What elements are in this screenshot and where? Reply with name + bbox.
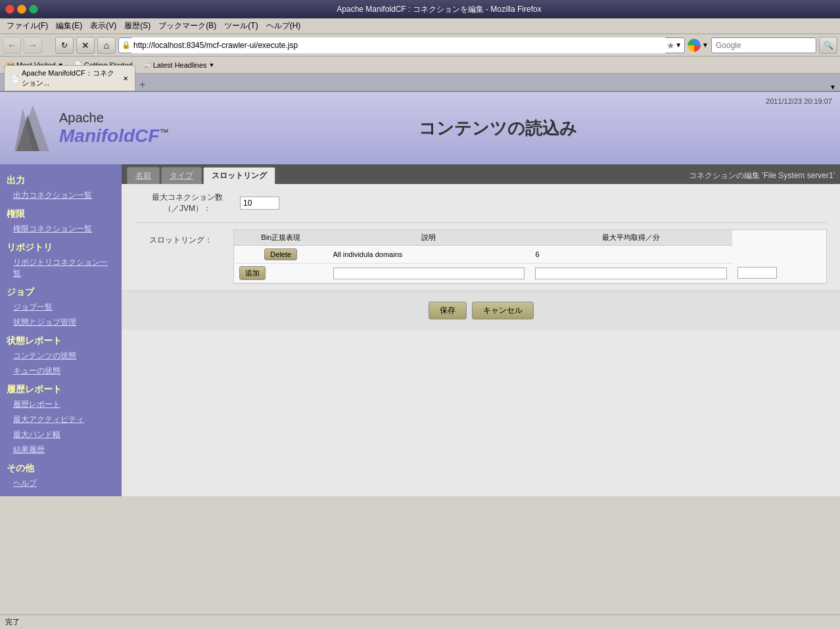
delete-button[interactable]: Delete [264,248,297,260]
sidebar-section-history-reports: 履歴レポート [0,379,122,397]
feed-icon: 📰 [143,61,151,68]
connection-edit-label: コネクションの編集 'File System server1' [689,170,835,181]
sidebar-link-authority-connections[interactable]: 権限コネクション一覧 [0,221,122,237]
sidebar: 出力 出力コネクション一覧 権限 権限コネクション一覧 リポジトリ リポジトリコ… [0,164,122,496]
traffic-lights [5,5,38,14]
sidebar-section-repository: リポジトリ [0,237,122,255]
table-row: Delete All individula domains 6 [234,246,826,264]
bookmark-star-icon[interactable]: ★ [666,40,675,51]
new-bin-regex-input[interactable] [333,268,525,279]
google-icon [688,39,701,52]
sidebar-link-queue-status[interactable]: キューの状態 [0,363,122,379]
menu-help[interactable]: ヘルプ(H) [262,19,305,33]
add-button[interactable]: 追加 [239,266,266,280]
form-area: 最大コネクション数 （／JVM）： スロットリング： Bin正規表現 説明 [122,184,840,330]
url-input[interactable]: http://localhost:8345/mcf-crawler-ui/exe… [131,37,666,53]
new-description-input[interactable] [535,268,727,279]
cancel-button[interactable]: キャンセル [472,302,534,319]
new-tab-icon[interactable]: + [139,79,145,91]
tab-scroll-right-icon[interactable]: ▼ [829,83,836,91]
col-description: 説明 [328,230,530,246]
menu-view[interactable]: 表示(V) [86,19,120,33]
logo-apache: Apache [59,110,168,126]
app-body: 出力 出力コネクション一覧 権限 権限コネクション一覧 リポジトリ リポジトリコ… [0,164,840,496]
maximize-button[interactable] [29,5,38,14]
menu-history[interactable]: 履歴(S) [120,19,154,33]
max-connections-label: 最大コネクション数 （／JVM）： [135,192,240,214]
timestamp: 2011/12/23 20:19:07 [766,97,832,105]
tab-header: 名前 タイプ スロットリング コネクションの編集 'File System se… [122,164,840,184]
bookmark-latest-headlines[interactable]: 📰 Latest Headlines ▼ [141,60,218,70]
tab-throttling[interactable]: スロットリング [203,167,275,184]
status-text: 完了 [5,617,20,627]
tab-label: Apache ManifoldCF：コネクション... [22,68,118,88]
statusbar: 完了 [0,615,840,629]
lock-icon: 🔒 [122,41,131,49]
dropdown-icon: ▼ [209,62,215,68]
tab-type[interactable]: タイプ [161,167,202,184]
max-fetch-cell: 6 [530,246,732,264]
throttle-section: スロットリング： Bin正規表現 説明 最大平均取得／分 [122,223,840,291]
logo-tm: ™ [159,126,168,137]
menu-file[interactable]: ファイル(F) [3,19,52,33]
close-button[interactable] [5,5,14,14]
minimize-button[interactable] [17,5,26,14]
tab-favicon: 📄 [11,75,19,82]
sidebar-link-history-report[interactable]: 履歴レポート [0,397,122,412]
titlebar: Apache ManifoldCF : コネクションを編集 - Mozilla … [0,0,840,18]
sidebar-link-result-history[interactable]: 結果履歴 [0,442,122,457]
menu-tools[interactable]: ツール(T) [220,19,262,33]
window-title: Apache ManifoldCF : コネクションを編集 - Mozilla … [43,4,835,15]
throttle-label: スロットリング： [135,229,227,246]
sidebar-section-jobs: ジョブ [0,281,122,300]
add-row: 追加 [234,264,826,283]
back-button[interactable]: ← [3,37,21,54]
stop-button[interactable]: ✕ [76,37,95,54]
delete-cell: Delete [234,246,328,264]
main-panel: 名前 タイプ スロットリング コネクションの編集 'File System se… [122,164,840,496]
col-max-fetch: 最大平均取得／分 [530,230,732,246]
browser-tab[interactable]: 📄 Apache ManifoldCF：コネクション... ✕ [4,65,135,91]
max-connections-input[interactable] [240,197,279,210]
sidebar-link-max-activity[interactable]: 最大アクティビティ [0,412,122,427]
navbar: ← → ↻ ✕ ⌂ 🔒 http://localhost:8345/mcf-cr… [0,34,840,57]
table-header-row: Bin正規表現 説明 最大平均取得／分 [234,230,826,246]
sidebar-link-output-connections[interactable]: 出力コネクション一覧 [0,188,122,203]
description-cell: All individula domains [328,246,530,264]
tab-close-icon[interactable]: ✕ [123,75,128,82]
menu-edit[interactable]: 編集(E) [52,19,86,33]
page-title: コンテンツの読込み [168,117,827,140]
app-wrapper: Apache ManifoldCF™ コンテンツの読込み 2011/12/23 … [0,92,840,496]
logo-text: Apache ManifoldCF™ [59,110,168,147]
menu-bookmarks[interactable]: ブックマーク(B) [154,19,220,33]
new-max-fetch-cell [732,264,826,283]
url-dropdown-icon[interactable]: ▼ [675,41,682,49]
menubar: ファイル(F) 編集(E) 表示(V) 履歴(S) ブックマーク(B) ツール(… [0,18,840,34]
sidebar-section-other: その他 [0,457,122,476]
google-dropdown-icon[interactable]: ▼ [702,41,709,49]
sidebar-link-content-status[interactable]: コンテンツの状態 [0,348,122,363]
search-button[interactable]: 🔍 [819,37,837,54]
add-button-cell: 追加 [234,264,328,283]
sidebar-link-job-status[interactable]: 状態とジョブ管理 [0,315,122,330]
new-description-cell [530,264,732,283]
col-bin-regex: Bin正規表現 [234,230,328,246]
sidebar-link-job-list[interactable]: ジョブ一覧 [0,300,122,315]
app-tabs: 名前 タイプ スロットリング [127,167,275,184]
sidebar-section-status-reports: 状態レポート [0,330,122,348]
tabbar: 📄 Apache ManifoldCF：コネクション... ✕ + ▼ [0,74,840,92]
new-max-fetch-input[interactable] [737,267,777,279]
sidebar-section-authority: 権限 [0,203,122,221]
tab-name[interactable]: 名前 [127,167,160,184]
home-button[interactable]: ⌂ [97,37,116,54]
sidebar-link-help[interactable]: ヘルプ [0,476,122,491]
max-connections-row: 最大コネクション数 （／JVM）： [122,184,840,222]
action-buttons: 保存 キャンセル [122,291,840,330]
search-input[interactable] [711,37,816,53]
sidebar-link-repository-connections[interactable]: リポジトリコネクション一覧 [0,255,122,281]
logo-manifold: ManifoldCF™ [59,126,168,147]
forward-button[interactable]: → [24,37,42,54]
save-button[interactable]: 保存 [429,302,467,319]
sidebar-link-max-bandwidth[interactable]: 最大バンド幅 [0,427,122,442]
refresh-button[interactable]: ↻ [55,37,74,54]
